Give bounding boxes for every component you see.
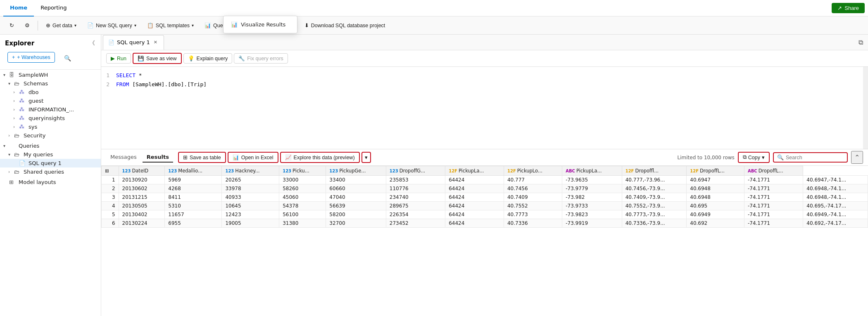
folder-icon: 🗁: [14, 151, 21, 158]
chevron-down-icon: ▾: [8, 81, 14, 86]
sidebar-item-schemas[interactable]: ▾ 🗁 Schemas: [0, 79, 101, 88]
table-cell: 20130224: [119, 219, 165, 228]
table-cell: 5310: [165, 202, 222, 210]
sidebar-item-queries[interactable]: ▾ Queries: [0, 141, 101, 150]
th-medallion[interactable]: 123Medallio...: [165, 166, 222, 176]
get-data-button[interactable]: ⊕ Get data ▾: [41, 20, 81, 31]
expand-chevron-button[interactable]: ▾: [361, 152, 371, 163]
table-row: 6201302246955190053138032700273452644244…: [102, 219, 868, 228]
results-right-section: Limited to 10,000 rows ⧉ Copy ▾ 🔍 ⌃: [678, 151, 863, 164]
table-cell: 31380: [279, 219, 326, 228]
sidebar-item-sys[interactable]: › ⁂ sys: [0, 123, 101, 131]
th-dateid[interactable]: 123DateID: [119, 166, 165, 176]
add-warehouse-button[interactable]: + + Warehouses: [7, 52, 55, 63]
table-cell: 20130402: [119, 210, 165, 219]
th-pickupla2[interactable]: ABCPickupLa...: [562, 166, 622, 176]
table-cell: 40.6949,-74.1...: [803, 210, 868, 219]
close-tab-button[interactable]: ✕: [152, 39, 159, 45]
table-cell: 64424: [445, 219, 504, 228]
tab-reporting[interactable]: Reporting: [34, 0, 73, 17]
sql-templates-button[interactable]: 📋 SQL templates ▾: [143, 20, 198, 31]
table-cell: 33400: [326, 176, 386, 184]
copy-button[interactable]: ⧉ Copy ▾: [738, 152, 770, 163]
explain-query-button[interactable]: 💡 Explain query: [183, 53, 233, 64]
refresh-icon: ↻: [10, 22, 14, 28]
table-row: 2201306024268339785826060660110776644244…: [102, 184, 868, 193]
open-in-excel-button[interactable]: 📊 Open in Excel: [228, 152, 278, 163]
collapse-results-button[interactable]: ⌃: [851, 151, 863, 164]
sidebar-item-guest[interactable]: › ⁂ guest: [0, 97, 101, 105]
excel-icon: 📊: [233, 154, 239, 160]
sidebar-item-my-queries[interactable]: ▾ 🗁 My queries: [0, 150, 101, 159]
sidebar-item-sql-query-1[interactable]: 📄 SQL query 1: [0, 159, 101, 167]
run-button[interactable]: ▶ Run: [106, 53, 131, 64]
sidebar-item-queryinsights[interactable]: › ⁂ queryinsights: [0, 114, 101, 123]
messages-tab[interactable]: Messages: [106, 152, 141, 163]
table-cell: -73.9733: [562, 202, 622, 210]
sidebar-item-dbo[interactable]: › ⁂ dbo: [0, 88, 101, 97]
settings-button[interactable]: ⚙: [20, 20, 34, 31]
table-row: 4201305055310106455437856639289675644244…: [102, 202, 868, 210]
table-cell: 56639: [326, 202, 386, 210]
explore-data-button[interactable]: 📈 Explore this data (preview): [280, 152, 360, 163]
table-cell: 40.6948: [687, 193, 744, 202]
th-dropoffl2[interactable]: 12FDropoffL...: [687, 166, 744, 176]
new-sql-query-button[interactable]: 📄 New SQL query ▾: [83, 20, 141, 31]
table-cell: -74.1771: [744, 210, 803, 219]
sidebar-search-button[interactable]: 🔍: [61, 53, 74, 63]
table-cell: 40933: [222, 193, 279, 202]
table-cell: 40.6948: [687, 184, 744, 193]
table-icon: ⊞: [183, 154, 188, 160]
results-tab[interactable]: Results: [143, 152, 173, 163]
th-pickuplo[interactable]: 12FPickupLo...: [504, 166, 562, 176]
table-cell: -73.9919: [562, 219, 622, 228]
tab-home[interactable]: Home: [3, 0, 34, 17]
table-cell: 40.7552,-73.9...: [622, 202, 687, 210]
chevron-right-icon: ›: [8, 170, 14, 174]
sidebar-item-shared-queries[interactable]: › 🗁 Shared queries: [0, 167, 101, 176]
row-number: 2: [102, 184, 119, 193]
download-sql-button[interactable]: ⬇ Download SQL database project: [300, 20, 390, 31]
table-cell: 47040: [326, 193, 386, 202]
sidebar-item-security[interactable]: › 🗁 Security: [0, 131, 101, 140]
table-cell: 40.7456,-73.9...: [622, 184, 687, 193]
table-cell: 40.695: [687, 202, 744, 210]
data-table-wrap[interactable]: ⊞ 123DateID 123Medallio... 123Hackney...…: [101, 166, 868, 316]
th-pickup[interactable]: 123Picku...: [279, 166, 326, 176]
editor-scrollbar[interactable]: [863, 67, 868, 149]
save-as-table-button[interactable]: ⊞ Save as table: [178, 152, 226, 163]
share-button[interactable]: ↗ Share: [832, 3, 865, 13]
copy-icon: ⧉: [858, 38, 863, 46]
code-editor[interactable]: 1 SELECT * 2 FROM [SampleWH].[dbo].[Trip…: [101, 67, 868, 149]
table-cell: 45060: [279, 193, 326, 202]
folder-icon: 🗁: [14, 169, 21, 175]
table-cell: 20130602: [119, 184, 165, 193]
sidebar-item-samplewh[interactable]: ▾ 🗄 SampleWH: [0, 71, 101, 79]
download-icon: ⬇: [304, 22, 309, 28]
th-pickup-geo[interactable]: 123PickupGe...: [326, 166, 386, 176]
plus-icon: +: [12, 54, 15, 60]
th-hackney[interactable]: 123Hackney...: [222, 166, 279, 176]
table-cell: 64424: [445, 193, 504, 202]
search-input[interactable]: [786, 155, 844, 160]
table-cell: 110776: [386, 184, 445, 193]
th-pickupla[interactable]: 12FPickupLa...: [445, 166, 504, 176]
fix-query-errors-button[interactable]: 🔧 Fix query errors: [234, 53, 288, 64]
query-file-icon: 📄: [19, 160, 26, 166]
search-box[interactable]: 🔍: [773, 152, 848, 163]
sidebar-item-information[interactable]: › ⁂ INFORMATION_...: [0, 105, 101, 114]
copy-pane-button[interactable]: ⧉: [855, 37, 866, 48]
save-as-view-button[interactable]: 💾 Save as view: [133, 53, 182, 64]
table-header-row: ⊞ 123DateID 123Medallio... 123Hackney...…: [102, 166, 868, 176]
th-dropoffl3[interactable]: ABCDropoffL...: [744, 166, 803, 176]
sidebar-item-model-layouts[interactable]: ⊞ Model layouts: [0, 178, 101, 186]
th-dropoffl[interactable]: 12FDropoffl...: [622, 166, 687, 176]
table-cell: -73.9823: [562, 210, 622, 219]
query-tab-sql1[interactable]: 📄 SQL query 1 ✕: [103, 35, 164, 50]
th-dropoff-g[interactable]: 123DropoffG...: [386, 166, 445, 176]
refresh-button[interactable]: ↻: [5, 20, 19, 31]
row-number: 5: [102, 210, 119, 219]
collapse-sidebar-button[interactable]: 《: [88, 39, 96, 48]
table-cell: 64424: [445, 176, 504, 184]
copy-icon: ⧉: [743, 154, 747, 160]
